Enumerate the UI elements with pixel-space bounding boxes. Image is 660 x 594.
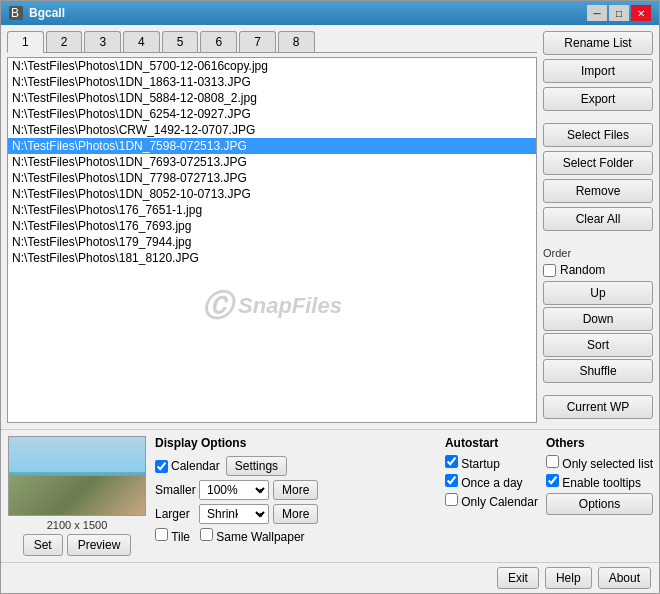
maximize-button[interactable]: □	[609, 5, 629, 21]
same-wallpaper-checkbox[interactable]	[200, 528, 213, 541]
list-item[interactable]: N:\TestFiles\Photos\1DN_5884-12-0808_2.j…	[8, 90, 536, 106]
svg-text:B: B	[11, 6, 19, 20]
random-checkbox-row: Random	[543, 263, 653, 277]
same-wallpaper-label: Same Wallpaper	[216, 530, 304, 544]
tab-6[interactable]: 6	[200, 31, 237, 52]
list-item[interactable]: N:\TestFiles\Photos\1DN_7693-072513.JPG	[8, 154, 536, 170]
left-panel: 12345678 N:\TestFiles\Photos\1DN_5700-12…	[7, 31, 537, 423]
display-options-title: Display Options	[155, 436, 437, 450]
list-item[interactable]: N:\TestFiles\Photos\1DN_7798-072713.JPG	[8, 170, 536, 186]
startup-checkbox[interactable]	[445, 455, 458, 468]
enable-tooltips-checkbox[interactable]	[546, 474, 559, 487]
once-a-day-checkbox-label[interactable]: Once a day	[445, 474, 538, 490]
rename-list-button[interactable]: Rename List	[543, 31, 653, 55]
main-content: 12345678 N:\TestFiles\Photos\1DN_5700-12…	[1, 25, 659, 429]
autostart-section: Autostart Startup Once a day Only Calend…	[445, 436, 538, 556]
more-button-2[interactable]: More	[273, 504, 318, 524]
tab-8[interactable]: 8	[278, 31, 315, 52]
tab-7[interactable]: 7	[239, 31, 276, 52]
same-wallpaper-checkbox-label[interactable]: Same Wallpaper	[200, 528, 305, 544]
order-section: Order Random Up Down Sort Shuffle	[543, 243, 653, 383]
settings-button[interactable]: Settings	[226, 456, 287, 476]
bottom-panel: 2100 x 1500 Set Preview Display Options …	[1, 429, 659, 562]
tab-1[interactable]: 1	[7, 31, 44, 53]
sort-button[interactable]: Sort	[543, 333, 653, 357]
about-button[interactable]: About	[598, 567, 651, 589]
display-options: Display Options Calendar Settings Smalle…	[155, 436, 437, 556]
watermark: Ⓒ SnapFiles	[8, 266, 536, 346]
file-list-container[interactable]: N:\TestFiles\Photos\1DN_5700-12-0616copy…	[7, 57, 537, 423]
list-item[interactable]: N:\TestFiles\Photos\176_7651-1.jpg	[8, 202, 536, 218]
help-button[interactable]: Help	[545, 567, 592, 589]
startup-label: Startup	[461, 457, 500, 471]
larger-dropdown[interactable]: Shrink Stretch Fit	[199, 504, 269, 524]
tile-label: Tile	[171, 530, 190, 544]
smaller-label: Smaller	[155, 483, 195, 497]
once-a-day-checkbox[interactable]	[445, 474, 458, 487]
select-folder-button[interactable]: Select Folder	[543, 151, 653, 175]
import-button[interactable]: Import	[543, 59, 653, 83]
minimize-button[interactable]: ─	[587, 5, 607, 21]
shuffle-button[interactable]: Shuffle	[543, 359, 653, 383]
list-item[interactable]: N:\TestFiles\Photos\1DN_5700-12-0616copy…	[8, 58, 536, 74]
tab-4[interactable]: 4	[123, 31, 160, 52]
title-bar: B Bgcall ─ □ ✕	[1, 1, 659, 25]
footer-bar: Exit Help About	[1, 562, 659, 593]
thumbnail	[8, 436, 146, 516]
up-button[interactable]: Up	[543, 281, 653, 305]
calendar-checkbox-label[interactable]: Calendar	[155, 459, 220, 473]
tab-3[interactable]: 3	[84, 31, 121, 52]
thumbnail-area: 2100 x 1500 Set Preview	[7, 436, 147, 556]
right-panel: Rename List Import Export Select Files S…	[543, 31, 653, 423]
startup-checkbox-label[interactable]: Startup	[445, 455, 538, 471]
tile-checkbox-label[interactable]: Tile	[155, 528, 190, 544]
random-checkbox[interactable]	[543, 264, 556, 277]
export-button[interactable]: Export	[543, 87, 653, 111]
thumbnail-size: 2100 x 1500	[47, 519, 108, 531]
only-calendar-checkbox-label[interactable]: Only Calendar	[445, 493, 538, 509]
current-wp-button[interactable]: Current WP	[543, 395, 653, 419]
tile-checkbox[interactable]	[155, 528, 168, 541]
enable-tooltips-label: Enable tooltips	[562, 476, 641, 490]
app-icon: B	[9, 6, 23, 20]
order-label: Order	[543, 247, 653, 259]
only-calendar-label: Only Calendar	[461, 495, 538, 509]
only-calendar-checkbox[interactable]	[445, 493, 458, 506]
clear-all-button[interactable]: Clear All	[543, 207, 653, 231]
preview-button[interactable]: Preview	[67, 534, 132, 556]
list-item[interactable]: N:\TestFiles\Photos\1DN_1863-11-0313.JPG	[8, 74, 536, 90]
window-title: Bgcall	[29, 6, 65, 20]
autostart-title: Autostart	[445, 436, 538, 450]
list-item[interactable]: N:\TestFiles\Photos\1DN_7598-072513.JPG	[8, 138, 536, 154]
exit-button[interactable]: Exit	[497, 567, 539, 589]
close-button[interactable]: ✕	[631, 5, 651, 21]
random-label[interactable]: Random	[560, 263, 605, 277]
down-button[interactable]: Down	[543, 307, 653, 331]
smaller-dropdown[interactable]: 100% 90% 80% 75% 50%	[199, 480, 269, 500]
list-item[interactable]: N:\TestFiles\Photos\1DN_8052-10-0713.JPG	[8, 186, 536, 202]
only-selected-checkbox[interactable]	[546, 455, 559, 468]
list-item[interactable]: N:\TestFiles\Photos\179_7944.jpg	[8, 234, 536, 250]
enable-tooltips-checkbox-label[interactable]: Enable tooltips	[546, 474, 653, 490]
others-title: Others	[546, 436, 653, 450]
only-selected-checkbox-label[interactable]: Only selected list	[546, 455, 653, 471]
tab-2[interactable]: 2	[46, 31, 83, 52]
tab-bar: 12345678	[7, 31, 537, 53]
select-files-button[interactable]: Select Files	[543, 123, 653, 147]
list-item[interactable]: N:\TestFiles\Photos\176_7693.jpg	[8, 218, 536, 234]
remove-button[interactable]: Remove	[543, 179, 653, 203]
more-button-1[interactable]: More	[273, 480, 318, 500]
tab-5[interactable]: 5	[162, 31, 199, 52]
others-section: Others Only selected list Enable tooltip…	[546, 436, 653, 556]
list-item[interactable]: N:\TestFiles\Photos\181_8120.JPG	[8, 250, 536, 266]
larger-label: Larger	[155, 507, 195, 521]
list-item[interactable]: N:\TestFiles\Photos\1DN_6254-12-0927.JPG	[8, 106, 536, 122]
calendar-checkbox[interactable]	[155, 460, 168, 473]
calendar-label: Calendar	[171, 459, 220, 473]
set-button[interactable]: Set	[23, 534, 63, 556]
once-a-day-label: Once a day	[461, 476, 522, 490]
list-item[interactable]: N:\TestFiles\Photos\CRW_1492-12-0707.JPG	[8, 122, 536, 138]
only-selected-label: Only selected list	[562, 457, 653, 471]
main-window: B Bgcall ─ □ ✕ 12345678 N:\TestFiles\Pho…	[0, 0, 660, 594]
options-button[interactable]: Options	[546, 493, 653, 515]
